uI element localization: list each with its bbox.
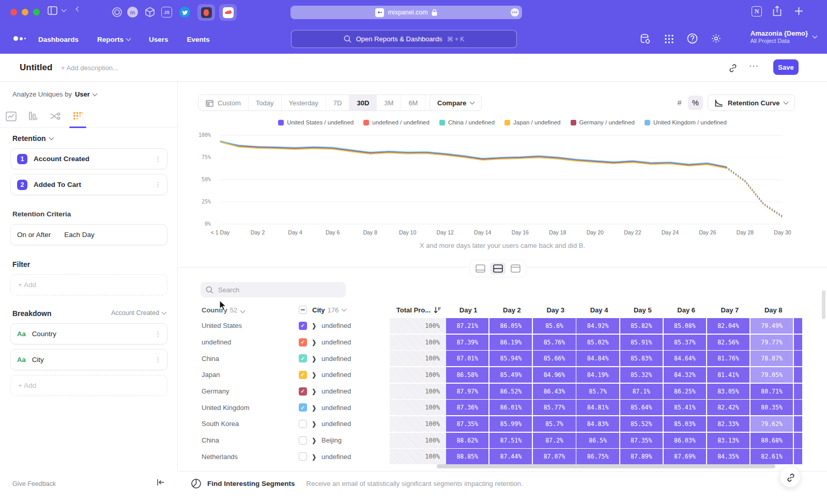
range-7d[interactable]: 7D <box>326 94 350 111</box>
give-feedback-link[interactable]: Give Feedback <box>12 480 56 487</box>
collapse-sidebar-icon[interactable] <box>157 478 165 486</box>
retention-value-cell[interactable]: 87.35% <box>446 416 488 432</box>
copy-link-icon[interactable] <box>728 63 737 72</box>
retention-value-cell[interactable]: 82.04% <box>707 318 749 334</box>
retention-step-2[interactable]: 2 Added To Cart ⋮ <box>10 174 167 195</box>
range-30d[interactable]: 30D <box>349 94 377 111</box>
row-checkbox[interactable] <box>299 452 307 461</box>
retention-value-cell[interactable]: 85.7% <box>576 384 619 399</box>
legend-item[interactable]: United States / undefined <box>278 119 354 125</box>
apps-grid-icon[interactable] <box>664 34 674 44</box>
sidebar-toggle-icon[interactable] <box>48 6 57 15</box>
row-checkbox[interactable]: ✓ <box>299 322 307 330</box>
retention-value-cell[interactable]: 85.76% <box>533 335 575 350</box>
criteria-each-day[interactable]: Each Day <box>64 231 95 239</box>
expand-row-chevron-icon[interactable]: ❯ <box>312 420 316 427</box>
retention-value-cell[interactable]: 87.21% <box>446 318 488 334</box>
row-checkbox[interactable]: ✓ <box>299 338 307 346</box>
number-format-button[interactable]: # <box>672 96 687 110</box>
retention-value-cell[interactable]: 85.83% <box>620 351 663 366</box>
more-options-button[interactable]: ··· <box>749 61 759 71</box>
close-window-button[interactable] <box>10 9 17 15</box>
retention-value-cell[interactable]: 85.41% <box>664 400 706 415</box>
day-column-header[interactable]: Day 7 <box>708 306 752 314</box>
analyze-value[interactable]: User <box>75 90 90 98</box>
day-column-header[interactable]: Day 2 <box>490 306 533 314</box>
data-management-icon[interactable] <box>639 33 651 45</box>
day-column-header[interactable]: Day 1 <box>447 306 490 314</box>
retention-value-cell[interactable]: 85.03% <box>664 416 706 432</box>
retention-value-cell[interactable]: 85.94% <box>489 351 532 366</box>
save-button[interactable]: Save <box>773 59 799 75</box>
chart-type-dropdown[interactable]: Retention Curve <box>708 94 795 111</box>
zoom-window-button[interactable] <box>33 9 40 15</box>
table-only-layout-button[interactable] <box>508 262 523 275</box>
expand-row-chevron-icon[interactable]: ❯ <box>312 371 316 378</box>
retention-value-cell[interactable]: 84.92% <box>576 318 619 334</box>
project-switcher[interactable]: Amazonia {Demo} All Project Data <box>751 29 817 44</box>
select-all-checkbox[interactable] <box>299 306 307 314</box>
retention-value-cell[interactable]: 87.36% <box>446 400 488 415</box>
share-link-fab[interactable] <box>779 466 801 487</box>
horizontal-scrollbar[interactable] <box>437 464 775 468</box>
retention-value-cell[interactable]: 81.41% <box>707 367 749 383</box>
retention-value-cell[interactable]: 85.32% <box>620 367 663 383</box>
retention-value-cell[interactable]: 82.56% <box>707 335 749 350</box>
retention-value-cell[interactable]: 79.62% <box>751 416 793 432</box>
tab-funnels[interactable] <box>22 106 44 128</box>
retention-value-cell[interactable]: 86.43% <box>533 384 575 399</box>
retention-value-cell[interactable]: 87.44% <box>489 449 532 464</box>
compare-button[interactable]: Compare <box>430 94 482 111</box>
retention-value-cell[interactable]: 86.05% <box>489 318 532 334</box>
retention-value-cell[interactable]: 83.05% <box>707 384 749 399</box>
retention-value-cell[interactable]: 82.33% <box>707 416 749 432</box>
retention-value-cell[interactable]: 88.85% <box>446 449 488 464</box>
legend-item[interactable]: United Kingdom / undefined <box>645 119 727 125</box>
retention-value-cell[interactable]: 83.13% <box>707 433 749 448</box>
retention-value-cell[interactable]: 78.87% <box>751 351 793 366</box>
expand-row-chevron-icon[interactable]: ❯ <box>312 355 316 362</box>
retention-value-cell[interactable]: 85.7% <box>533 416 575 432</box>
global-search-input[interactable]: Open Reports & Dashboards ⌘ + K <box>291 30 517 48</box>
percent-format-button[interactable]: % <box>688 96 703 110</box>
kebab-menu-icon[interactable]: ⋮ <box>155 358 161 361</box>
breakdown-country-card[interactable]: Aa Country ⋮ <box>10 323 167 344</box>
nav-item-users[interactable]: Users <box>149 36 169 43</box>
kebab-menu-icon[interactable]: ⋮ <box>155 183 161 186</box>
total-column-header[interactable]: Total Pro... <box>390 302 447 318</box>
share-icon[interactable] <box>773 6 782 17</box>
retention-value-cell[interactable]: 87.89% <box>620 449 663 464</box>
retention-value-cell[interactable]: 82.61% <box>751 449 793 464</box>
retention-value-cell[interactable]: 79.49% <box>751 318 793 334</box>
nav-item-events[interactable]: Events <box>187 36 210 43</box>
retention-value-cell[interactable]: 84.84% <box>576 351 619 366</box>
retention-value-cell[interactable]: 86.52% <box>489 384 532 399</box>
retention-value-cell[interactable]: 84.19% <box>576 367 619 383</box>
retention-value-cell[interactable]: 85.52% <box>620 416 663 432</box>
retention-value-cell[interactable]: 88.62% <box>446 433 488 448</box>
minimize-window-button[interactable] <box>22 9 28 15</box>
retention-value-cell[interactable]: 87.39% <box>446 335 488 350</box>
retention-step-1[interactable]: 1 Account Created ⋮ <box>10 148 167 169</box>
legend-item[interactable]: Germany / undefined <box>571 119 635 125</box>
retention-value-cell[interactable]: 86.25% <box>664 384 706 399</box>
tab-overview-chevron-icon[interactable] <box>62 9 66 11</box>
expand-row-chevron-icon[interactable]: ❯ <box>312 339 316 345</box>
breakdown-city-card[interactable]: Aa City ⋮ <box>10 349 167 370</box>
settings-gear-icon[interactable] <box>711 33 722 44</box>
row-checkbox[interactable]: ✓ <box>299 403 307 412</box>
table-search-input[interactable]: Search <box>201 282 346 297</box>
retention-section-label[interactable]: Retention <box>12 134 53 143</box>
cube-extension-icon[interactable] <box>145 7 155 18</box>
retention-value-cell[interactable]: 80.71% <box>751 384 793 399</box>
retention-value-cell[interactable]: 84.83% <box>576 416 619 432</box>
retention-value-cell[interactable]: 85.08% <box>664 318 706 334</box>
retention-value-cell[interactable]: 79.77% <box>751 335 793 350</box>
retention-value-cell[interactable]: 86.01% <box>489 400 532 415</box>
range-6m[interactable]: 6M <box>401 94 425 111</box>
row-checkbox[interactable]: ✓ <box>299 371 307 379</box>
retention-value-cell[interactable]: 85.37% <box>664 335 706 350</box>
nav-item-reports[interactable]: Reports <box>97 36 130 43</box>
expand-row-chevron-icon[interactable]: ❯ <box>312 388 316 395</box>
tab-insights[interactable] <box>0 106 22 128</box>
